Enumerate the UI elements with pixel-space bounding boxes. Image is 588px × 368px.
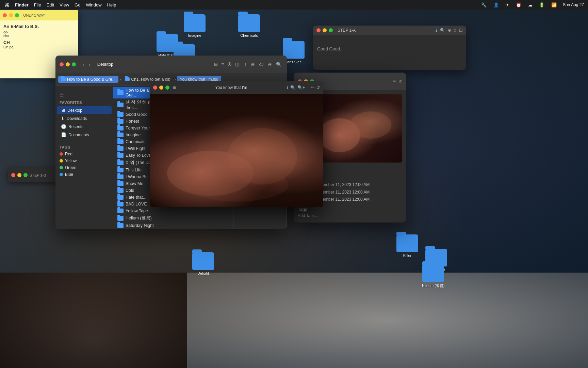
sidebar-item-desktop[interactable]: 🖥 Desktop xyxy=(57,106,112,114)
sidebar-tag-yellow[interactable]: Yellow xyxy=(55,157,113,164)
step1b-traffic-lights xyxy=(11,173,28,177)
info-toolbar-actions: ↑ ✏ ↺ xyxy=(389,79,402,84)
sidebar-options-icon[interactable]: ☰ xyxy=(60,92,64,97)
preview-markup-btn[interactable]: ✏ xyxy=(311,85,314,90)
step1a-icon4[interactable]: □ xyxy=(454,28,456,33)
menu-go[interactable]: Go xyxy=(75,2,80,7)
note-minimize-btn[interactable] xyxy=(9,13,13,17)
sidebar-item-downloads[interactable]: ⬇ Downloads xyxy=(57,114,112,122)
sidebar-recents-label: Recents xyxy=(68,124,83,129)
action-btn-1[interactable]: ↑ xyxy=(243,61,248,68)
action-btn-3[interactable]: 🏷 xyxy=(258,61,265,68)
tag-label-blue: Blue xyxy=(65,172,73,177)
action-btn-4[interactable]: ⊖ xyxy=(267,61,273,68)
info-share-btn[interactable]: ↑ xyxy=(389,79,391,84)
menubar-left: ⌘ Finder File Edit View Go Window Help xyxy=(4,2,476,8)
view-gallery-btn[interactable]: ◫ xyxy=(234,61,241,67)
view-col-btn[interactable]: ⦿ xyxy=(226,61,233,67)
preview-info-btn[interactable]: ℹ xyxy=(287,85,288,90)
step1a-content: Good Good... xyxy=(313,35,466,62)
step1a-close-btn[interactable] xyxy=(316,28,321,32)
folder-icon-chemicals2 xyxy=(117,139,124,144)
view-icon-btn[interactable]: ⊞ xyxy=(213,61,219,67)
sidebar-downloads-label: Downloads xyxy=(67,116,87,121)
finder-sidebar: ☰ Favorites 🖥 Desktop ⬇ Downloads 🕐 Rece… xyxy=(55,86,113,229)
breadcrumb-item1[interactable]: How to Be a Good & Gre... xyxy=(58,76,118,83)
sidebar-tag-blue[interactable]: Blue xyxy=(55,171,113,178)
photo-right xyxy=(187,273,588,368)
folder-icon-miwo xyxy=(117,160,124,165)
step1a-maximize-btn[interactable] xyxy=(329,28,333,32)
sidebar-tag-green[interactable]: Green xyxy=(55,164,113,171)
finder-close-btn[interactable] xyxy=(60,62,64,66)
file-item-helium[interactable]: Helium (헬름) xyxy=(113,214,180,222)
sidebar-documents-icon: 📄 xyxy=(61,132,66,137)
step1b-maximize-btn[interactable] xyxy=(23,173,28,177)
folder-icon-showme xyxy=(117,181,124,186)
desktop-folder-killer[interactable]: Killer xyxy=(396,234,418,258)
preview-close-btn[interactable] xyxy=(153,86,157,90)
sidebar-item-recents[interactable]: 🕐 Recents xyxy=(57,123,112,131)
file-name-helium: Helium (헬름) xyxy=(126,215,152,221)
file-item-satnight[interactable]: Saturday Night xyxy=(113,222,180,229)
finder-fwd-btn[interactable]: › xyxy=(87,61,92,68)
menu-help[interactable]: Help xyxy=(107,2,116,7)
note-maximize-btn[interactable] xyxy=(15,13,19,17)
preview-zoom-in-btn[interactable]: 🔍+ xyxy=(297,85,305,90)
tag-dot-blue xyxy=(60,173,63,176)
desktop-folder-helium2[interactable]: Helium (헬름) xyxy=(422,264,445,288)
preview-zoom-out-btn[interactable]: 🔍 xyxy=(290,85,295,90)
finder-path-title: Desktop xyxy=(97,62,114,67)
view-list-btn[interactable]: ≡ xyxy=(220,61,225,67)
menu-window[interactable]: Window xyxy=(86,2,101,7)
file-name-forever: Forever Yours xyxy=(126,126,152,131)
finder-back-btn[interactable]: ‹ xyxy=(81,61,86,68)
info-tags-input[interactable]: Add Tags... xyxy=(298,213,402,218)
finder-minimize-btn[interactable] xyxy=(66,62,70,66)
step1b-minimize-btn[interactable] xyxy=(17,173,21,177)
tag-label-green: Green xyxy=(65,165,76,170)
folder-icon-icantsleeep xyxy=(283,41,305,59)
file-item-yellowtape[interactable]: Yellow Tape xyxy=(113,208,180,214)
tag-dot-yellow xyxy=(60,159,63,163)
file-item-eighteen[interactable]: Eighteen (End Of My W... › xyxy=(113,229,180,229)
apple-menu[interactable]: ⌘ xyxy=(4,2,10,8)
tag-label-red: Red xyxy=(65,152,72,156)
note-close-btn[interactable] xyxy=(3,13,7,17)
step1a-actions: ℹ 🔍 ⊕ □ ☐ xyxy=(436,28,463,33)
menu-edit[interactable]: Edit xyxy=(47,2,54,7)
action-btn-2[interactable]: ⊕ xyxy=(250,61,256,68)
step1a-icon2[interactable]: 🔍 xyxy=(440,28,445,33)
menubar: ⌘ Finder File Edit View Go Window Help 🔧… xyxy=(0,0,588,10)
step1a-icon1[interactable]: ℹ xyxy=(436,28,437,33)
menu-finder[interactable]: Finder xyxy=(15,2,29,7)
sidebar-item-documents[interactable]: 📄 Documents xyxy=(57,131,112,139)
info-rotate-btn[interactable]: ↺ xyxy=(398,79,402,84)
menu-file[interactable]: File xyxy=(34,2,41,7)
desktop-photo-bottom xyxy=(0,273,588,368)
breadcrumb-chevron1: › xyxy=(120,77,121,81)
desktop-folder-imagine[interactable]: Imagine xyxy=(184,14,206,37)
preview-actions: ℹ 🔍 🔍+ ↑ ✏ ↺ xyxy=(287,85,320,90)
desktop-folder-delight[interactable]: Delight xyxy=(192,252,214,275)
finder-maximize-btn[interactable] xyxy=(72,62,76,66)
sidebar-tag-red[interactable]: Red xyxy=(55,151,113,157)
step1b-close-btn[interactable] xyxy=(11,173,15,177)
folder-icon-satnight xyxy=(117,223,124,228)
step1a-minimize-btn[interactable] xyxy=(323,28,327,32)
tag-dot-green xyxy=(60,166,63,169)
step1a-icon3[interactable]: ⊕ xyxy=(448,28,451,33)
preview-rotate-btn[interactable]: ↺ xyxy=(316,85,320,90)
desktop-folder-chemicals[interactable]: Chemicals xyxy=(238,14,260,37)
action-btn-search[interactable]: 🔍 xyxy=(275,61,283,68)
breadcrumb-chevron2: › xyxy=(175,77,176,81)
info-markup-btn[interactable]: ✏ xyxy=(393,79,396,84)
preview-minimize-btn[interactable] xyxy=(159,86,163,90)
preview-share-btn[interactable]: ↑ xyxy=(307,85,309,90)
step1a-icon5[interactable]: ☐ xyxy=(459,28,463,33)
menu-view[interactable]: View xyxy=(60,2,69,7)
preview-maximize-btn[interactable] xyxy=(165,86,169,90)
finder-actions: ↑ ⊕ 🏷 ⊖ 🔍 xyxy=(243,61,283,68)
folder-label-delight: Delight xyxy=(197,271,209,275)
step1a-title: STEP 1-A xyxy=(338,28,356,33)
